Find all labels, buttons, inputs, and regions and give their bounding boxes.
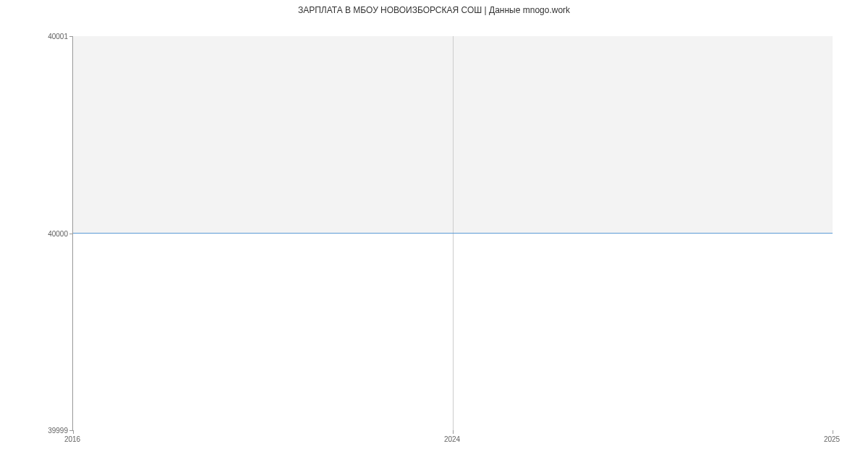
- data-line: [73, 233, 833, 234]
- x-tick-mark-1: [453, 430, 454, 434]
- y-tick-label-2: 40001: [48, 33, 68, 40]
- x-tick-label-2: 2025: [824, 435, 840, 443]
- x-tick-mark-2: [833, 430, 833, 434]
- y-tick-label-0: 39999: [48, 427, 68, 435]
- plot-area: [72, 36, 832, 430]
- y-tick-mark-2: [69, 36, 73, 37]
- y-tick-mark-1: [69, 234, 73, 234]
- y-tick-label-1: 40000: [48, 229, 68, 237]
- chart-container: 39999 40000 40001 2016 2024 2025: [72, 36, 832, 430]
- x-tick-label-1: 2024: [444, 435, 460, 443]
- x-tick-mark-0: [73, 430, 74, 434]
- chart-title: ЗАРПЛАТА В МБОУ НОВОИЗБОРСКАЯ СОШ | Данн…: [0, 0, 868, 15]
- x-tick-label-0: 2016: [64, 435, 80, 443]
